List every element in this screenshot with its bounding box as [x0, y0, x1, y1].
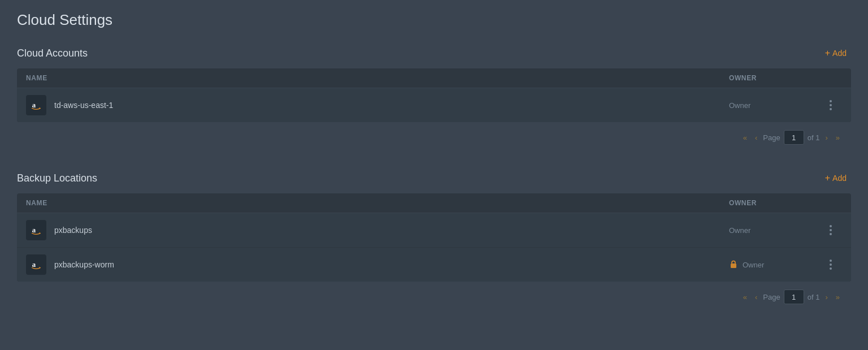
svg-marker-1 [40, 107, 41, 110]
cloud-account-name: td-aws-us-east-1 [54, 101, 729, 110]
cloud-accounts-add-button[interactable]: + Add [821, 46, 851, 61]
backup-location-owner-0: Owner [729, 226, 750, 235]
cloud-accounts-col-name: NAME [26, 74, 729, 82]
backup-location-menu-button-0[interactable] [827, 223, 834, 237]
cloud-accounts-pagination: « ‹ Page of 1 › » [17, 122, 851, 148]
page-label: Page [763, 133, 780, 142]
amazon-icon: a [30, 99, 42, 111]
cloud-accounts-title: Cloud Accounts [17, 47, 88, 59]
bl-of-total-label: of 1 [808, 293, 820, 301]
lock-icon [729, 260, 738, 270]
backup-locations-col-actions [819, 199, 842, 207]
aws-icon-container-bl1: a [26, 220, 46, 240]
svg-text:a: a [32, 226, 36, 234]
backup-location-name-0: pxbackups [54, 226, 729, 235]
svg-marker-5 [40, 267, 41, 269]
aws-icon-container-bl2: a [26, 254, 46, 275]
backup-location-owner-col-0: Owner [729, 226, 819, 235]
cloud-accounts-header: Cloud Accounts + Add [17, 46, 851, 61]
backup-locations-title: Backup Locations [17, 172, 97, 184]
prev-page-button[interactable]: ‹ [753, 132, 760, 143]
backup-location-menu-button-1[interactable] [827, 257, 834, 272]
bl-prev-page-button[interactable]: ‹ [753, 292, 760, 303]
backup-locations-section: Backup Locations + Add NAME OWNER a pxba… [17, 171, 851, 308]
cloud-accounts-add-label: Add [832, 49, 847, 58]
add-plus-icon: + [825, 48, 830, 58]
last-page-button[interactable]: » [834, 132, 842, 143]
backup-location-name-1: pxbackups-worm [54, 260, 729, 269]
cloud-accounts-table: NAME OWNER a td-aws-us-east-1 Owner [17, 68, 851, 122]
backup-location-row-menu-0[interactable] [819, 223, 842, 237]
cloud-accounts-table-header: NAME OWNER [17, 68, 851, 88]
bl-last-page-button[interactable]: » [834, 292, 842, 303]
table-row: a td-aws-us-east-1 Owner [17, 88, 851, 122]
backup-locations-table: NAME OWNER a pxbackups Owner [17, 193, 851, 282]
svg-marker-3 [40, 232, 41, 235]
amazon-icon-bl1: a [30, 224, 42, 236]
bl-next-page-button[interactable]: › [823, 292, 830, 303]
cloud-accounts-section: Cloud Accounts + Add NAME OWNER a td-aws… [17, 46, 851, 148]
backup-location-owner-col-1: Owner [729, 260, 819, 270]
svg-text:a: a [32, 101, 36, 109]
cloud-account-row-menu[interactable] [819, 98, 842, 113]
aws-icon-container: a [26, 95, 46, 115]
backup-locations-col-owner: OWNER [729, 199, 819, 207]
add-plus-icon-2: + [825, 173, 830, 183]
cloud-account-menu-button[interactable] [827, 98, 834, 113]
cloud-accounts-col-owner: OWNER [729, 74, 819, 82]
bl-page-number-input[interactable] [784, 289, 804, 304]
table-row: a pxbackups Owner [17, 213, 851, 248]
table-row: a pxbackups-worm Owner [17, 248, 851, 282]
cloud-accounts-col-actions [819, 74, 842, 82]
bl-page-label: Page [763, 293, 780, 301]
next-page-button[interactable]: › [823, 132, 830, 143]
bl-first-page-button[interactable]: « [741, 292, 749, 303]
svg-text:a: a [32, 261, 36, 269]
amazon-icon-bl2: a [30, 258, 42, 271]
cloud-account-owner: Owner [729, 101, 750, 110]
cloud-account-owner-col: Owner [729, 101, 819, 110]
backup-location-row-menu-1[interactable] [819, 257, 842, 272]
svg-rect-6 [731, 263, 736, 268]
first-page-button[interactable]: « [741, 132, 749, 143]
backup-locations-col-name: NAME [26, 199, 729, 207]
page-title: Cloud Settings [17, 11, 851, 29]
backup-locations-header: Backup Locations + Add [17, 171, 851, 185]
backup-locations-add-label: Add [832, 174, 847, 183]
backup-location-owner-1: Owner [743, 261, 764, 269]
backup-locations-table-header: NAME OWNER [17, 193, 851, 213]
backup-locations-pagination: « ‹ Page of 1 › » [17, 282, 851, 308]
backup-locations-add-button[interactable]: + Add [821, 171, 851, 185]
page-number-input[interactable] [784, 130, 804, 145]
of-total-label: of 1 [808, 133, 820, 142]
